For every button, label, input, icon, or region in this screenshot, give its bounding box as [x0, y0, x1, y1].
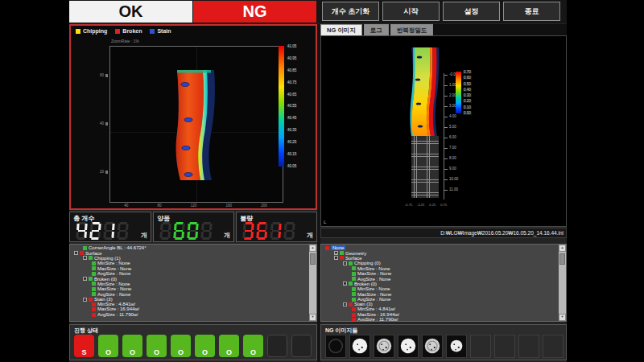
x-tick-label: 40	[124, 204, 128, 208]
ruler-tick: 1.00	[444, 84, 456, 87]
progress-panel: 진행 상태 SOOOOOOO	[69, 324, 317, 360]
scroll-thumb[interactable]	[310, 253, 316, 265]
status-square-icon	[92, 302, 96, 306]
tree-row-label: CornerAngle BL : 44.6724°	[89, 245, 147, 250]
status-square-icon	[89, 298, 93, 302]
status-square-icon	[352, 287, 356, 291]
control-button-2[interactable]: 설정	[443, 2, 500, 21]
status-square-icon	[80, 251, 84, 255]
scroll-up-icon[interactable]: ▲	[309, 245, 316, 252]
collapse-icon[interactable]: -	[83, 298, 87, 302]
ruler-tick: 3.00	[444, 105, 456, 108]
ng-thumbnail[interactable]	[398, 335, 419, 358]
progress-title: 진행 상태	[74, 327, 98, 335]
tree-row-label: MinSize : None	[357, 286, 390, 291]
x-tick-label: 160	[226, 204, 233, 208]
status-square-icon	[352, 272, 356, 276]
ruler-tick: 2.00	[444, 94, 456, 97]
ng-thumbnail[interactable]	[422, 335, 443, 358]
colorbar-label: 40.15	[287, 152, 297, 156]
top-bar: OK NG 개수 초기화시작설정종료	[69, 0, 567, 23]
x-tick-label: 80	[157, 204, 161, 208]
colorbar-label: 40.45	[287, 116, 297, 120]
status-square-icon	[340, 256, 344, 260]
progress-cell-empty	[291, 335, 312, 357]
collapse-icon[interactable]: -	[343, 261, 347, 265]
colorbar-label: 0.70	[463, 70, 472, 74]
colorbar-label: 40.05	[287, 164, 297, 168]
progress-cell-empty	[267, 335, 287, 357]
x-tick-label: 200	[261, 204, 267, 208]
tree-row-label: AvgSize : None	[97, 271, 130, 276]
ok-indicator[interactable]: OK	[69, 1, 192, 23]
ng-thumbnail[interactable]	[374, 335, 394, 358]
scroll-thumb[interactable]	[559, 253, 565, 265]
scroll-down-icon[interactable]: ▼	[559, 314, 566, 321]
ng-thumbnail[interactable]	[325, 335, 346, 358]
status-square-icon	[92, 261, 96, 265]
ruler-tick: 5.00	[444, 125, 456, 129]
status-square-icon	[325, 246, 329, 250]
mesh-grid-image	[411, 136, 439, 198]
tree-row-label: AvgSize : None	[357, 277, 390, 282]
ng-indicator[interactable]: NG	[193, 1, 316, 23]
status-square-icon	[352, 307, 356, 311]
ruler-tick: 10.00	[444, 178, 458, 181]
scroll-up-icon[interactable]: ▲	[559, 245, 566, 252]
collapse-icon[interactable]: -	[343, 302, 347, 306]
zoom-rate-label: ZoomRate : 1%	[111, 39, 139, 43]
status-square-icon	[352, 277, 356, 281]
right-colorbar	[456, 72, 461, 113]
left-tree-scrollbar[interactable]: ▲ ▼	[309, 245, 316, 321]
status-square-icon	[89, 256, 93, 260]
control-button-3[interactable]: 종료	[503, 2, 560, 21]
status-square-icon	[349, 302, 353, 306]
expand-icon[interactable]: +	[334, 251, 338, 255]
screenshot-root: { "top_bar": { "ok_label": "OK", "ng_lab…	[0, 0, 644, 362]
status-square-icon	[352, 313, 356, 317]
image-corner-mark: L	[324, 220, 326, 224]
status-square-icon	[92, 266, 96, 270]
counter-unit: 개	[224, 231, 230, 240]
collapse-icon[interactable]: -	[83, 256, 87, 260]
right-tree-body: None+Geometry-Surface-Chipping (0)MinSiz…	[321, 245, 559, 321]
control-button-1[interactable]: 시작	[382, 2, 440, 21]
progress-cell-o: O	[195, 335, 215, 357]
tree-row-label: AvgSize : None	[357, 297, 390, 302]
collapse-icon[interactable]: -	[343, 282, 347, 286]
progress-cell-o: O	[243, 335, 263, 357]
tree-row[interactable]: AvgSize : 11.790㎟	[70, 312, 309, 317]
y-tick-label: 20	[100, 171, 108, 174]
collapse-icon[interactable]: -	[83, 277, 87, 281]
tree-row[interactable]: AvgSize : 11.790㎟	[321, 317, 559, 322]
tab-1[interactable]: 로그	[364, 24, 389, 35]
colorbar-label: 0.00	[463, 111, 472, 115]
colorbar-label: 40.95	[287, 56, 297, 60]
tab-0[interactable]: NG 이미지	[320, 24, 362, 35]
control-button-0[interactable]: 개수 초기화	[322, 2, 379, 21]
tree-row-label: Surface	[85, 251, 102, 256]
tab-2[interactable]: 반복정밀도	[390, 24, 434, 35]
ng-thumbnail-empty	[494, 335, 515, 358]
colorbar-label: 0.60	[463, 76, 472, 80]
legend-item: Stain	[150, 28, 171, 34]
right-x-axis-labels: -0.75-0.250.250.75	[405, 203, 447, 207]
ruler-tick: 4.00	[444, 115, 456, 118]
status-square-icon	[352, 266, 356, 270]
inspection-heatmap-image	[169, 70, 217, 180]
status-square-icon	[352, 318, 356, 322]
ruler-tick: 7.00	[444, 146, 456, 150]
tree-row-label: None	[331, 245, 345, 250]
ng-images-title: NG 이미지들	[325, 327, 357, 335]
right-tree-scrollbar[interactable]: ▲ ▼	[559, 245, 566, 321]
scroll-down-icon[interactable]: ▼	[309, 314, 316, 321]
image-path-bar: D:₩LG₩Image₩2016.05.20₩16.05.20_14.16.44…	[320, 228, 567, 238]
status-square-icon	[349, 282, 353, 286]
collapse-icon[interactable]: -	[334, 256, 338, 260]
ruler-tick: 11.00	[444, 188, 458, 191]
ng-thumbnail[interactable]	[446, 335, 467, 358]
seven-segment-display	[160, 222, 212, 240]
ng-thumbnail[interactable]	[349, 335, 370, 358]
collapse-icon[interactable]: -	[74, 251, 78, 255]
colorbar-label: 40.65	[287, 93, 297, 97]
